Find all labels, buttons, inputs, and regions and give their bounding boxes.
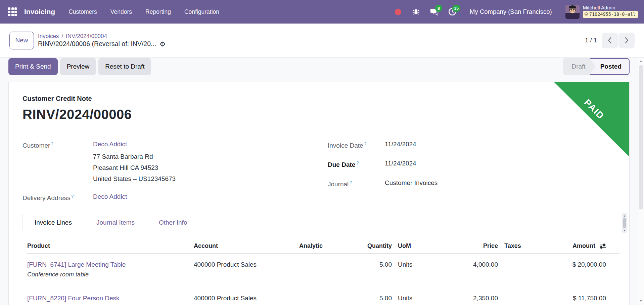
cell-uom: Units	[392, 261, 446, 268]
product-description: Conference room table	[27, 270, 619, 285]
invoice-lines-table: Product Account Analytic Quantity UoM Pr…	[27, 235, 619, 305]
notebook-scrollbar-thumb[interactable]	[623, 218, 626, 228]
user-name: Mitchell Admin	[583, 5, 638, 10]
help-icon: ?	[364, 142, 367, 146]
scroll-up-icon[interactable]: ▲	[638, 58, 644, 64]
activities-badge: 35	[452, 5, 460, 12]
bug-icon[interactable]	[411, 7, 421, 16]
preview-button[interactable]: Preview	[60, 58, 96, 75]
delivery-address-label: Delivery Address?	[22, 191, 93, 203]
header-uom[interactable]: UoM	[392, 242, 446, 250]
cell-uom: Units	[392, 295, 446, 302]
status-draft[interactable]: Draft	[563, 58, 595, 75]
activities-clock-icon[interactable]: 35	[448, 7, 457, 16]
table-header-row: Product Account Analytic Quantity UoM Pr…	[27, 235, 619, 254]
document-number: RINV/2024/00006	[22, 107, 132, 122]
header-price[interactable]: Price	[446, 242, 498, 250]
tab-other-info[interactable]: Other Info	[147, 215, 199, 230]
user-menu[interactable]: Mitchell Admin ⛁ 71024955-18-0-all	[565, 5, 638, 19]
cell-quantity: 5.00	[345, 261, 392, 268]
menu-reporting[interactable]: Reporting	[145, 8, 171, 15]
help-icon: ?	[51, 142, 53, 146]
help-icon: ?	[72, 194, 74, 199]
main-content: Print & Send Preview Reset to Draft Draf…	[0, 58, 644, 305]
menu-vendors[interactable]: Vendors	[110, 8, 132, 15]
product-link[interactable]: [FURN_8220] Four Person Desk	[27, 295, 120, 302]
customer-label: Customer?	[22, 139, 93, 151]
document-type: Customer Credit Note	[22, 95, 92, 103]
messages-icon[interactable]: 8	[429, 7, 439, 16]
breadcrumb-origin-link[interactable]: INV/2024/00004	[66, 33, 107, 39]
journal-value[interactable]: Customer Invoices	[385, 177, 438, 190]
print-send-button[interactable]: Print & Send	[8, 58, 58, 75]
help-icon: ?	[350, 180, 352, 185]
breadcrumb-current: RINV/2024/00006 (Reversal of: INV/20...	[38, 40, 156, 48]
help-icon: ?	[356, 161, 359, 165]
menu-customers[interactable]: Customers	[68, 8, 97, 15]
reset-to-draft-button[interactable]: Reset to Draft	[98, 58, 151, 75]
delivery-address-link[interactable]: Deco Addict	[93, 191, 127, 203]
cell-amount: $ 20,000.00	[552, 261, 606, 268]
top-navbar: Invoicing Customers Vendors Reporting Co…	[0, 0, 644, 24]
form-sheet: PAID Customer Credit Note RINV/2024/0000…	[8, 82, 630, 305]
breadcrumb: Invoices/INV/2024/00004 RINV/2024/00006 …	[38, 33, 166, 48]
table-row[interactable]: [FURN_6741] Large Meeting Table 400000 P…	[27, 254, 619, 285]
product-link[interactable]: [FURN_6741] Large Meeting Table	[27, 261, 126, 268]
database-badge-text: 71024955-18-0-all	[589, 11, 636, 17]
paid-ribbon: PAID	[554, 82, 629, 157]
header-amount[interactable]: Amount	[572, 242, 595, 250]
header-account[interactable]: Account	[194, 242, 294, 250]
new-button[interactable]: New	[9, 32, 34, 49]
gear-icon[interactable]: ⚙	[159, 41, 166, 47]
pager: 1 / 1	[585, 33, 635, 48]
pager-previous-button[interactable]	[602, 33, 618, 48]
journal-label: Journal?	[328, 177, 385, 190]
app-name[interactable]: Invoicing	[24, 8, 55, 16]
invoice-date-value[interactable]: 11/24/2024	[385, 139, 416, 151]
pager-next-button[interactable]	[618, 33, 635, 48]
customer-address-line: Pleasant Hill CA 94523	[93, 162, 301, 173]
customer-address-line: 77 Santa Barbara Rd	[93, 151, 301, 162]
notebook-scrollbar[interactable]: ▲ ▼	[622, 213, 627, 233]
avatar	[565, 5, 580, 19]
window-scrollbar[interactable]: ▲ ▼	[638, 58, 644, 305]
header-taxes[interactable]: Taxes	[498, 242, 552, 250]
tab-journal-items[interactable]: Journal Items	[84, 215, 147, 230]
cell-amount: $ 11,750.00	[552, 295, 606, 302]
apps-grid-icon[interactable]	[8, 7, 17, 16]
database-icon: ⛁	[585, 11, 588, 17]
status-bar: Draft Posted	[563, 58, 630, 75]
window-scrollbar-thumb[interactable]	[639, 65, 643, 209]
scroll-down-icon[interactable]: ▼	[622, 229, 627, 232]
menu-configuration[interactable]: Configuration	[184, 8, 219, 15]
due-date-label: Due Date?	[328, 158, 385, 170]
optional-columns-icon[interactable]	[599, 243, 606, 249]
due-date-value[interactable]: 11/24/2024	[385, 158, 416, 170]
database-badge: ⛁ 71024955-18-0-all	[583, 11, 638, 18]
company-switcher[interactable]: My Company (San Francisco)	[470, 8, 552, 15]
cell-price: 2,350.00	[446, 295, 498, 302]
messages-badge: 8	[435, 5, 442, 12]
breadcrumb-separator: /	[61, 33, 63, 39]
scroll-up-icon[interactable]: ▲	[622, 214, 627, 217]
action-buttons-row: Print & Send Preview Reset to Draft Draf…	[8, 58, 630, 75]
header-analytic[interactable]: Analytic	[294, 242, 345, 250]
header-quantity[interactable]: Quantity	[345, 242, 392, 250]
cell-quantity: 5.00	[345, 295, 392, 302]
pager-value[interactable]: 1 / 1	[585, 37, 597, 44]
customer-address-line: United States – US12345673	[93, 173, 301, 184]
header-product[interactable]: Product	[27, 242, 194, 250]
paid-ribbon-label: PAID	[582, 98, 606, 122]
control-panel: New Invoices/INV/2024/00004 RINV/2024/00…	[0, 24, 644, 58]
cell-account: 400000 Product Sales	[194, 261, 294, 268]
customer-link[interactable]: Deco Addict	[93, 139, 127, 151]
recording-indicator-icon[interactable]	[393, 7, 403, 16]
table-row[interactable]: [FURN_8220] Four Person Desk 400000 Prod…	[27, 285, 619, 305]
breadcrumb-invoices-link[interactable]: Invoices	[38, 33, 59, 39]
invoice-date-label: Invoice Date?	[328, 139, 385, 151]
cell-account: 400000 Product Sales	[194, 295, 294, 302]
cell-price: 4,000.00	[446, 261, 498, 268]
tab-invoice-lines[interactable]: Invoice Lines	[22, 215, 84, 230]
notebook-tabs: Invoice Lines Journal Items Other Info	[9, 215, 629, 230]
scroll-down-icon[interactable]: ▼	[638, 298, 644, 304]
